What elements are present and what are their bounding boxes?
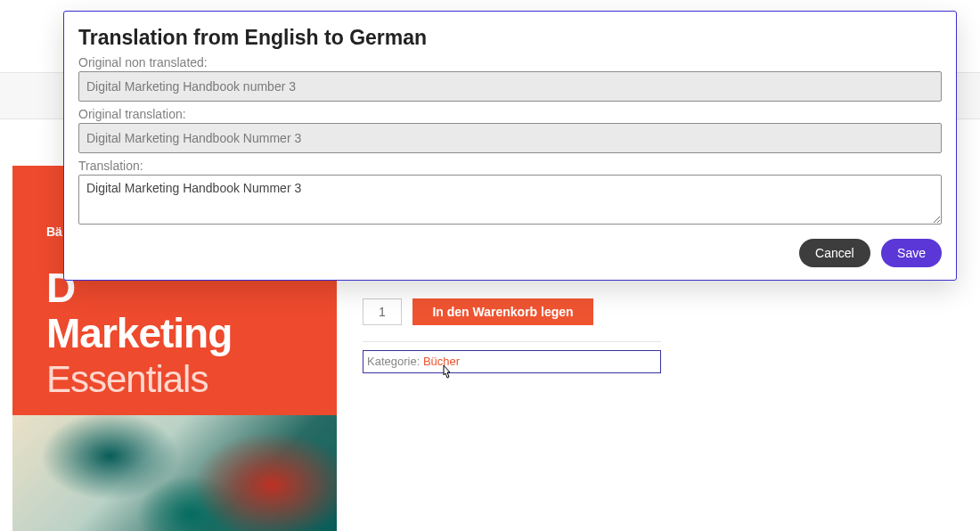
- modal-title: Translation from English to German: [78, 26, 942, 50]
- translation-label: Translation:: [78, 159, 942, 173]
- add-to-cart-button[interactable]: In den Warenkorb legen: [412, 298, 592, 325]
- category-box[interactable]: Kategorie: Bücher: [363, 350, 661, 373]
- category-label: Kategorie:: [367, 355, 423, 368]
- quantity-input[interactable]: 1: [363, 298, 402, 325]
- cover-art: [12, 415, 337, 531]
- original-non-translated-field: Digital Marketing Handbook number 3: [78, 71, 942, 102]
- cancel-button[interactable]: Cancel: [799, 239, 870, 267]
- modal-button-row: Cancel Save: [78, 239, 942, 267]
- original-translation-field: Digital Marketing Handbook Nummer 3: [78, 123, 942, 153]
- category-value[interactable]: Bücher: [423, 355, 460, 368]
- cover-title-2: Marketing: [46, 310, 232, 356]
- save-button[interactable]: Save: [881, 239, 942, 267]
- original-translation-label: Original translation:: [78, 107, 942, 121]
- translation-modal: Translation from English to German Origi…: [63, 11, 957, 281]
- cover-subtitle: Essentials: [46, 358, 208, 401]
- divider: [363, 341, 661, 342]
- purchase-row: 1 In den Warenkorb legen: [363, 298, 593, 325]
- original-non-translated-label: Original non translated:: [78, 55, 942, 69]
- translation-input[interactable]: [78, 175, 942, 225]
- cover-top-text: Bä: [46, 225, 62, 239]
